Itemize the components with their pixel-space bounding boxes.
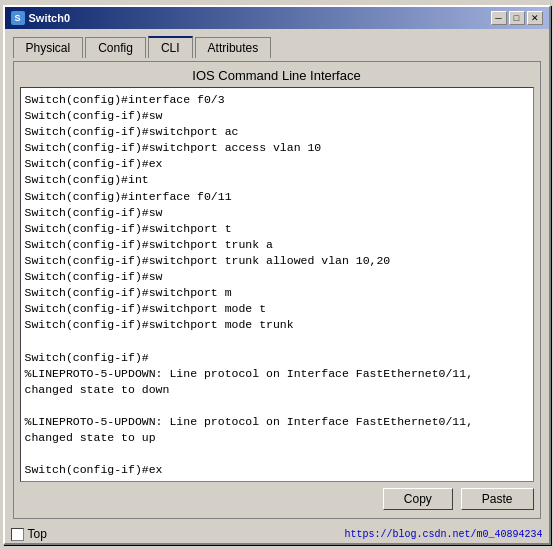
bottom-bar: Top https://blog.csdn.net/m0_40894234 (5, 525, 549, 543)
title-bar: S Switch0 ─ □ ✕ (5, 7, 549, 29)
tab-config[interactable]: Config (85, 37, 146, 58)
watermark: https://blog.csdn.net/m0_40894234 (344, 529, 542, 540)
window-body: Physical Config CLI Attributes IOS Comma… (5, 29, 549, 525)
title-bar-left: S Switch0 (11, 11, 71, 25)
tab-attributes[interactable]: Attributes (195, 37, 272, 58)
top-checkbox[interactable] (11, 528, 24, 541)
tab-bar: Physical Config CLI Attributes (13, 35, 541, 57)
terminal-output[interactable]: Switch(config)#interface f0/3 Switch(con… (20, 87, 534, 482)
title-bar-controls: ─ □ ✕ (491, 11, 543, 25)
tab-content: IOS Command Line Interface Switch(config… (13, 61, 541, 519)
button-row: Copy Paste (20, 486, 534, 512)
window-title: Switch0 (29, 12, 71, 24)
app-icon: S (11, 11, 25, 25)
tab-cli[interactable]: CLI (148, 36, 193, 58)
maximize-button[interactable]: □ (509, 11, 525, 25)
close-button[interactable]: ✕ (527, 11, 543, 25)
main-window: S Switch0 ─ □ ✕ Physical Config CLI Attr… (3, 5, 551, 545)
cli-title: IOS Command Line Interface (20, 68, 534, 83)
paste-button[interactable]: Paste (461, 488, 534, 510)
tab-physical[interactable]: Physical (13, 37, 84, 58)
copy-button[interactable]: Copy (383, 488, 453, 510)
top-checkbox-label: Top (28, 527, 47, 541)
minimize-button[interactable]: ─ (491, 11, 507, 25)
